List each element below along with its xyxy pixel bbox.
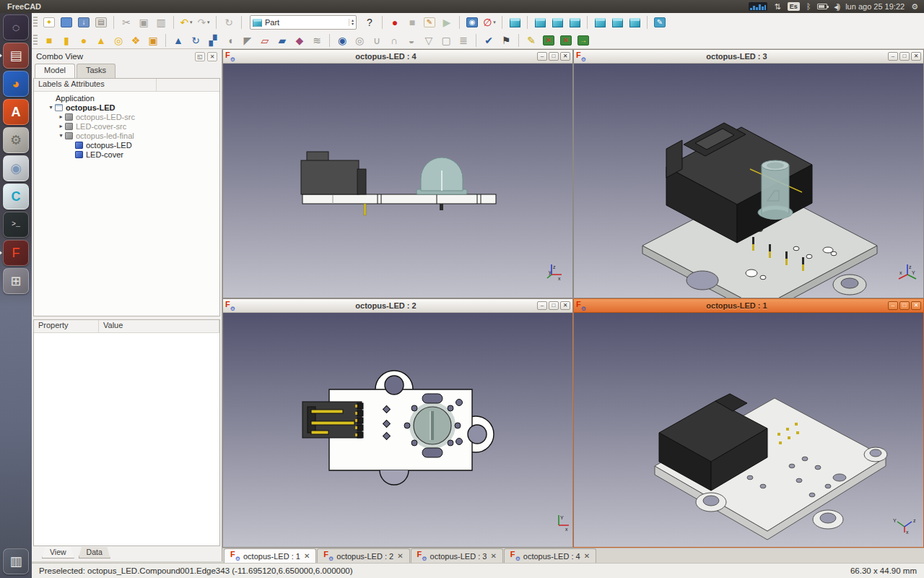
viewport-3d-side-view[interactable]: zxy bbox=[223, 64, 572, 298]
view-front-icon[interactable] bbox=[532, 14, 548, 30]
part-boolean-icon[interactable]: ◉ bbox=[334, 33, 350, 48]
check-geometry-icon[interactable]: ✔ bbox=[481, 33, 497, 48]
terminal-launcher-icon[interactable]: >_ bbox=[3, 212, 29, 238]
system-settings-launcher-icon[interactable]: ⚙ bbox=[3, 127, 29, 153]
undo-icon[interactable]: ↶▾ bbox=[178, 14, 194, 30]
battery-icon[interactable] bbox=[817, 4, 827, 9]
edit-copy-icon[interactable]: ▣ bbox=[136, 14, 152, 30]
macro-edit-icon[interactable]: ✎ bbox=[422, 14, 437, 30]
part-box-icon[interactable]: ■ bbox=[41, 33, 57, 48]
maximize-icon[interactable]: □ bbox=[549, 301, 559, 310]
part-sweep-icon[interactable]: ≋ bbox=[309, 33, 325, 48]
minimize-icon[interactable]: – bbox=[537, 301, 547, 310]
file-open-icon[interactable] bbox=[58, 14, 74, 30]
tree-item-octopus-led-final[interactable]: ▾octopus-led-final bbox=[37, 131, 219, 140]
workspace-switcher-launcher-icon[interactable]: ⊞ bbox=[3, 268, 29, 294]
panel-float-icon[interactable]: ◱ bbox=[195, 52, 205, 61]
maximize-icon[interactable]: □ bbox=[899, 52, 910, 61]
tab-close-icon[interactable]: ✕ bbox=[397, 552, 403, 560]
part-offset-icon[interactable]: ▢ bbox=[438, 33, 454, 48]
stepup-load-board-icon[interactable]: ✕ bbox=[541, 33, 557, 48]
tab-close-icon[interactable]: ✕ bbox=[584, 552, 590, 560]
window-1-titlebar[interactable]: octopus-LED : 1 – □ ✕ bbox=[574, 299, 923, 313]
close-icon[interactable]: ✕ bbox=[560, 52, 570, 61]
bluetooth-icon[interactable]: ᛒ bbox=[806, 2, 811, 11]
viewport-3d-isometric-view[interactable]: zYx bbox=[574, 64, 923, 298]
combo-spin-icons[interactable]: ▴▾ bbox=[349, 19, 354, 26]
part-cone-icon[interactable]: ▲ bbox=[93, 33, 109, 48]
dropdown-caret-icon[interactable]: ▾ bbox=[207, 20, 210, 25]
maximize-icon[interactable]: □ bbox=[899, 301, 910, 310]
part-primitives-icon[interactable]: ❖ bbox=[128, 33, 144, 48]
tree-item-octopus-led[interactable]: ▾octopus-LED bbox=[37, 103, 219, 112]
tab-close-icon[interactable]: ✕ bbox=[304, 552, 310, 560]
close-icon[interactable]: ✕ bbox=[560, 301, 570, 310]
edit-paste-icon[interactable]: ▥ bbox=[153, 14, 169, 30]
panel-close-icon[interactable]: ✕ bbox=[207, 52, 217, 61]
part-sphere-icon[interactable]: ● bbox=[76, 33, 92, 48]
view-left-icon[interactable] bbox=[627, 14, 642, 30]
window-4-titlebar[interactable]: octopus-LED : 4 – □ ✕ bbox=[223, 50, 572, 64]
close-icon[interactable]: ✕ bbox=[911, 52, 921, 61]
window-2-titlebar[interactable]: octopus-LED : 2 – □ ✕ bbox=[223, 299, 572, 313]
view-axonometric-icon[interactable] bbox=[507, 14, 523, 30]
session-gear-icon[interactable]: ⚙ bbox=[911, 2, 918, 11]
file-save-icon[interactable]: ↓ bbox=[76, 14, 92, 30]
part-mirror-icon[interactable]: ▞ bbox=[205, 33, 221, 48]
mdi-tab-4[interactable]: octopus-LED : 4✕ bbox=[504, 548, 596, 563]
measure-linear-icon[interactable]: ✎ bbox=[652, 14, 668, 30]
trash-launcher-icon[interactable]: ▥ bbox=[3, 548, 29, 574]
tree-expander-icon[interactable]: ▾ bbox=[47, 104, 55, 111]
maximize-icon[interactable]: □ bbox=[549, 52, 559, 61]
toolbar-grip[interactable] bbox=[33, 17, 38, 28]
view-right-icon[interactable] bbox=[567, 14, 583, 30]
part-cross-sections-icon[interactable]: ▽ bbox=[421, 33, 437, 48]
refresh-icon[interactable]: ↻ bbox=[221, 14, 237, 30]
part-union-icon[interactable]: ∪ bbox=[369, 33, 385, 48]
chromium-launcher-icon[interactable]: ◉ bbox=[3, 155, 29, 181]
volume-icon[interactable]: ◂)) bbox=[834, 2, 839, 11]
updown-arrows-icon[interactable]: ⇅ bbox=[774, 2, 780, 11]
stepup-export-board-icon[interactable]: ✕ bbox=[558, 33, 574, 48]
files-launcher-icon[interactable]: ▤ bbox=[3, 43, 29, 69]
viewport-3d-top-view[interactable]: Yx bbox=[223, 313, 572, 547]
file-new-icon[interactable]: ✦ bbox=[41, 14, 57, 30]
viewport-3d-isometric-bottom-view[interactable]: Yzx bbox=[574, 313, 923, 547]
tree-item-led-cover-src[interactable]: ▸LED-cover-src bbox=[37, 121, 219, 131]
close-icon[interactable]: ✕ bbox=[911, 301, 921, 310]
part-fillet-icon[interactable]: ◖ bbox=[222, 33, 238, 48]
part-thickness-icon[interactable]: ≣ bbox=[456, 33, 471, 48]
ubuntu-software-launcher-icon[interactable]: A bbox=[3, 99, 29, 125]
stepup-edit-board-icon[interactable]: ✎ bbox=[523, 33, 539, 48]
stepup-update-board-icon[interactable]: → bbox=[575, 33, 591, 48]
redo-icon[interactable]: ↷▾ bbox=[196, 14, 212, 30]
part-torus-icon[interactable]: ◎ bbox=[110, 33, 126, 48]
bottom-tab-data[interactable]: Data bbox=[79, 547, 110, 558]
tab-close-icon[interactable]: ✕ bbox=[490, 552, 496, 560]
system-load-indicator-icon[interactable] bbox=[749, 2, 767, 11]
view-top-icon[interactable] bbox=[549, 14, 565, 30]
mdi-tab-1[interactable]: octopus-LED : 1✕ bbox=[224, 548, 316, 563]
part-chamfer-icon[interactable]: ◤ bbox=[240, 33, 256, 48]
macro-play-icon[interactable]: ▶ bbox=[439, 14, 455, 30]
tree-expander-icon[interactable]: ▸ bbox=[57, 113, 65, 120]
part-loft-icon[interactable]: ◆ bbox=[292, 33, 308, 48]
keyboard-layout-indicator[interactable]: Es bbox=[788, 2, 800, 11]
dropdown-caret-icon[interactable]: ▾ bbox=[190, 20, 193, 25]
freecad-launcher-icon[interactable]: F bbox=[3, 240, 29, 266]
part-shape-builder-icon[interactable]: ▣ bbox=[145, 33, 161, 48]
workbench-selector[interactable]: Part▴▾ bbox=[250, 15, 357, 30]
tree-expander-icon[interactable]: ▸ bbox=[57, 123, 65, 129]
property-column-header[interactable]: Property bbox=[34, 320, 99, 332]
tree-item-octopus-led-src[interactable]: ▸octopus-LED-src bbox=[37, 112, 219, 121]
edit-cut-icon[interactable]: ✂ bbox=[118, 14, 134, 30]
draw-style-icon[interactable]: ∅▾ bbox=[481, 14, 497, 30]
part-revolve-icon[interactable]: ↻ bbox=[188, 33, 204, 48]
file-print-icon[interactable]: ▤ bbox=[93, 14, 109, 30]
c-app-launcher-icon[interactable]: C bbox=[3, 184, 29, 210]
view-bottom-icon[interactable] bbox=[609, 14, 625, 30]
minimize-icon[interactable]: – bbox=[537, 52, 547, 61]
part-cut-icon[interactable]: ◎ bbox=[352, 33, 367, 48]
mdi-tab-3[interactable]: octopus-LED : 3✕ bbox=[411, 548, 503, 563]
macro-stop-icon[interactable]: ■ bbox=[404, 14, 420, 30]
